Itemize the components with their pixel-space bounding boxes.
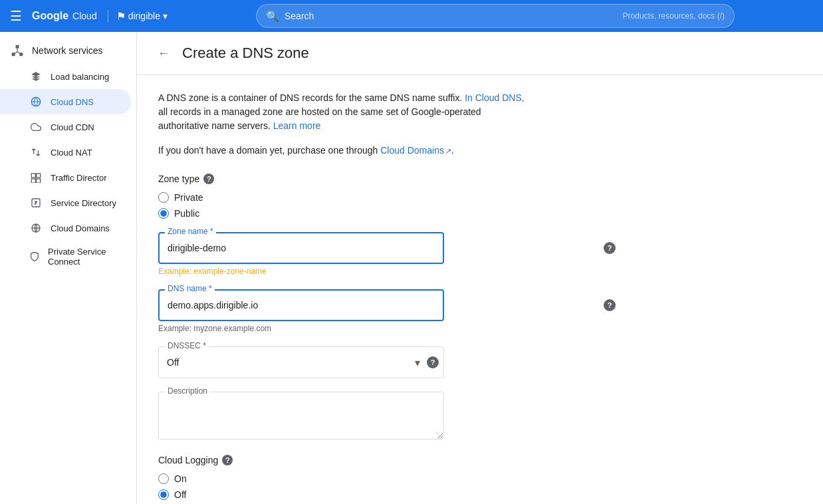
form-area: A DNS zone is a container of DNS records… — [137, 75, 642, 504]
description-textarea-wrapper: Description ⤡ — [158, 392, 444, 441]
dns-name-hint: Example: myzone.example.com — [158, 324, 621, 333]
project-name: dirigible — [128, 11, 160, 21]
logging-on-option[interactable]: On — [158, 473, 621, 484]
sidebar-item-label: Cloud CDN — [51, 122, 94, 132]
logging-off-radio[interactable] — [158, 489, 169, 500]
cloud-logging-group: Cloud Logging ? On Off — [158, 455, 621, 500]
zone-name-hint: Example: example-zone-name — [158, 267, 621, 276]
page-title: Create a DNS zone — [182, 45, 309, 62]
zone-type-private-label: Private — [174, 192, 203, 203]
sidebar-item-cloud-nat[interactable]: Cloud NAT — [0, 140, 131, 165]
logging-off-option[interactable]: Off — [158, 489, 621, 500]
zone-type-public-label: Public — [174, 208, 199, 219]
dns-name-help-icon[interactable]: ? — [604, 299, 616, 311]
sidebar-section-network-services[interactable]: Network services — [0, 37, 136, 64]
cloud-dns-icon — [29, 95, 43, 108]
menu-icon[interactable]: ☰ — [8, 8, 24, 24]
sidebar-item-cloud-dns[interactable]: Cloud DNS — [0, 89, 131, 114]
project-selector[interactable]: ⚑ dirigible ▾ — [108, 10, 168, 23]
cloud-logging-help-icon[interactable]: ? — [222, 455, 233, 465]
zone-name-group: Zone name * ? Example: example-zone-name — [158, 232, 621, 276]
zone-type-radio-group: Private Public — [158, 192, 621, 219]
dnssec-help-icon[interactable]: ? — [427, 356, 439, 368]
zone-type-public-radio[interactable] — [158, 208, 169, 219]
dns-name-wrapper: DNS name * ? — [158, 289, 621, 321]
zone-type-private-radio[interactable] — [158, 192, 169, 203]
traffic-director-icon — [29, 171, 43, 184]
cloud-logging-label-row: Cloud Logging ? — [158, 455, 621, 465]
cloud-logging-radio-group: On Off — [158, 473, 621, 500]
dnssec-group: DNSSEC * Off On Transfer ▾ ? — [158, 346, 621, 378]
dnssec-select[interactable]: Off On Transfer — [158, 346, 444, 378]
logging-off-label: Off — [174, 489, 186, 500]
sidebar: Network services Load balancing Cloud DN… — [0, 32, 137, 504]
zone-type-label: Zone type — [158, 174, 199, 184]
cloud-logging-label: Cloud Logging — [158, 455, 218, 465]
zone-name-wrapper: Zone name * ? — [158, 232, 621, 264]
logging-on-label: On — [174, 473, 187, 484]
sidebar-item-private-service-connect[interactable]: Private Service Connect — [0, 241, 131, 273]
description-textarea-label: Description — [165, 386, 210, 396]
sidebar-item-label: Cloud DNS — [51, 97, 94, 107]
form-description: A DNS zone is a container of DNS records… — [158, 91, 621, 133]
svg-rect-0 — [16, 45, 19, 49]
domain-purchase-text: If you don't have a domain yet, purchase… — [158, 144, 621, 158]
sidebar-section-label: Network services — [32, 45, 103, 56]
sidebar-item-cloud-domains[interactable]: Cloud Domains — [0, 215, 131, 241]
service-directory-icon — [29, 196, 43, 209]
zone-type-group: Zone type ? Private Public — [158, 174, 621, 219]
private-service-connect-icon — [29, 250, 40, 263]
search-icon: 🔍 — [266, 10, 279, 23]
sidebar-item-service-directory[interactable]: Service Directory — [0, 190, 131, 215]
logging-on-radio[interactable] — [158, 473, 169, 484]
sidebar-item-label: Private Service Connect — [48, 247, 120, 267]
search-label: Search — [285, 11, 314, 21]
sidebar-item-label: Cloud NAT — [51, 148, 92, 158]
search-bar[interactable]: 🔍 Search Products, resources, docs (/) — [256, 4, 735, 28]
zone-type-private-option[interactable]: Private — [158, 192, 621, 203]
load-balancing-icon — [29, 70, 43, 83]
sidebar-item-label: Cloud Domains — [51, 223, 110, 233]
main-content: ← Create a DNS zone A DNS zone is a cont… — [137, 32, 823, 504]
search-shortcut: Products, resources, docs (/) — [623, 11, 725, 21]
svg-rect-7 — [31, 174, 35, 178]
dns-name-group: DNS name * ? Example: myzone.example.com — [158, 289, 621, 333]
svg-rect-10 — [37, 179, 41, 183]
zone-type-public-option[interactable]: Public — [158, 208, 621, 219]
svg-rect-8 — [37, 174, 41, 178]
sidebar-item-label: Traffic Director — [51, 173, 107, 183]
sidebar-item-traffic-director[interactable]: Traffic Director — [0, 165, 131, 190]
description-field-group: Description ⤡ — [158, 392, 621, 441]
zone-type-help-icon[interactable]: ? — [203, 174, 214, 184]
sidebar-item-label: Service Directory — [51, 198, 116, 208]
resize-handle-icon: ⤡ — [435, 430, 441, 439]
cloud-domains-icon — [29, 221, 43, 235]
description-textarea[interactable] — [158, 392, 444, 440]
zone-name-help-icon[interactable]: ? — [604, 242, 616, 254]
google-cloud-logo: Google Cloud — [32, 10, 97, 22]
dns-name-label: DNS name * — [165, 284, 215, 293]
topbar: ☰ Google Cloud ⚑ dirigible ▾ 🔍 Search Pr… — [0, 0, 823, 32]
network-services-icon — [11, 44, 24, 57]
cloud-text: Cloud — [72, 11, 97, 21]
project-icon: ⚑ — [116, 10, 126, 23]
cloud-nat-icon — [29, 146, 43, 159]
sidebar-item-label: Load balancing — [51, 72, 109, 82]
project-dropdown-icon: ▾ — [163, 11, 168, 21]
cloud-domains-link[interactable]: Cloud Domains — [380, 145, 451, 156]
zone-type-label-row: Zone type ? — [158, 174, 621, 184]
learn-more-link[interactable]: Learn more — [273, 120, 321, 131]
sidebar-item-load-balancing[interactable]: Load balancing — [0, 64, 131, 89]
google-g: Google — [32, 10, 68, 22]
dnssec-wrapper: DNSSEC * Off On Transfer ▾ ? — [158, 346, 444, 378]
dns-name-input[interactable] — [158, 289, 444, 321]
zone-name-input[interactable] — [158, 232, 444, 264]
sidebar-item-cloud-cdn[interactable]: Cloud CDN — [0, 114, 131, 140]
page-header: ← Create a DNS zone — [137, 32, 823, 75]
zone-name-label: Zone name * — [165, 227, 216, 236]
dnssec-label: DNSSEC * — [165, 341, 209, 350]
layout: Network services Load balancing Cloud DN… — [0, 32, 823, 504]
back-button[interactable]: ← — [153, 43, 174, 64]
svg-rect-9 — [31, 179, 35, 183]
cloud-cdn-icon — [29, 120, 43, 134]
